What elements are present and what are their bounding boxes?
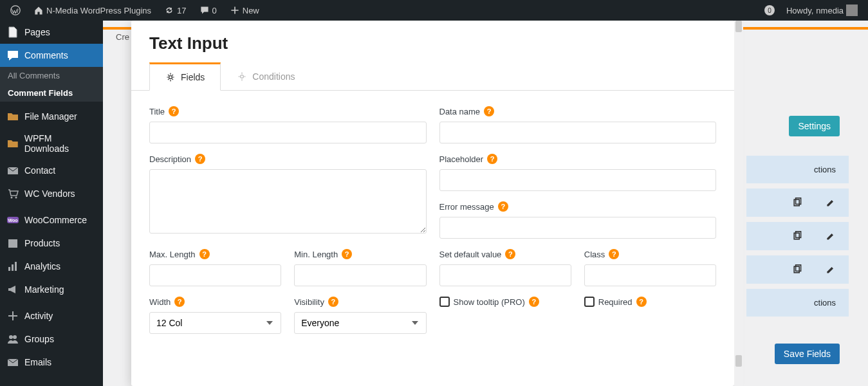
username: nmedia — [816, 6, 844, 15]
updates-count: 17 — [177, 6, 186, 15]
avatar — [846, 5, 858, 16]
new-menu[interactable]: New — [225, 0, 264, 21]
wordpress-icon — [10, 5, 21, 15]
updates[interactable]: 17 — [159, 0, 191, 21]
user-menu[interactable]: Howdy, nmedia — [781, 0, 863, 21]
site-name[interactable]: N-Media WordPress Plugins — [28, 0, 156, 21]
new-label: New — [243, 6, 259, 15]
notification-badge[interactable]: 0 — [764, 5, 775, 15]
refresh-icon — [164, 5, 174, 15]
plus-icon — [230, 5, 240, 15]
comments-count: 0 — [212, 6, 217, 15]
howdy-prefix: Howdy, — [786, 6, 813, 15]
admin-bar: N-Media WordPress Plugins 17 0 New 0 How… — [0, 0, 868, 21]
comments-bubble[interactable]: 0 — [194, 0, 222, 21]
home-icon — [33, 5, 44, 15]
wp-logo[interactable] — [5, 0, 26, 21]
comment-icon — [199, 5, 210, 15]
site-name-text: N-Media WordPress Plugins — [46, 6, 151, 15]
